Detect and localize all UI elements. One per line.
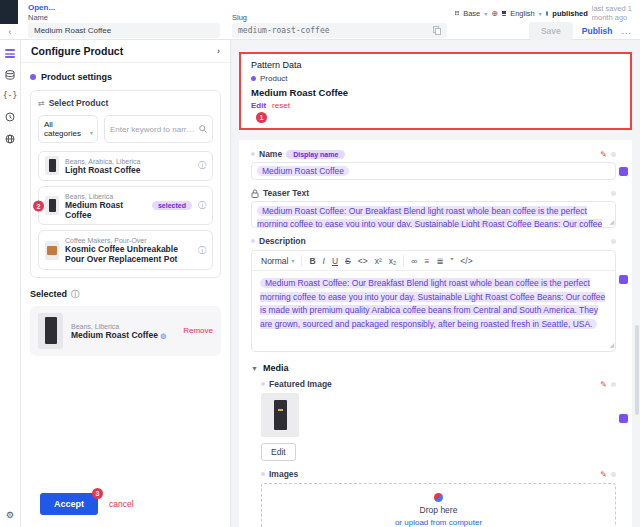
rich-text-editor: Normal ▾ B I U S <> x² x₂ ∞ [251, 250, 616, 352]
structure-filter-icon[interactable] [5, 49, 15, 58]
toolbar-divider [301, 255, 302, 266]
open-link[interactable]: Open... [28, 3, 220, 12]
pattern-edit-link[interactable]: Edit [251, 101, 266, 110]
dataset-icon[interactable] [5, 70, 15, 80]
chevron-down-icon: ▾ [90, 129, 93, 136]
select-product-label: Select Product [49, 98, 109, 108]
top-bar: ‹ Open... Name Medium Roast Coffee Slug … [0, 0, 640, 40]
selected-heading: Selected [30, 289, 67, 299]
swap-icon: ⇄ [38, 99, 45, 108]
accept-button[interactable]: Accept 3 [40, 493, 98, 515]
bullet-list-button[interactable]: ≡ [424, 256, 429, 266]
app-logo[interactable] [0, 0, 18, 24]
upload-from-computer-link[interactable]: or upload from computer [395, 518, 482, 527]
text-style-select[interactable]: Normal ▾ [261, 256, 294, 266]
product-thumbnail [45, 241, 59, 260]
scrollbar-thumb[interactable] [635, 325, 639, 415]
publish-button[interactable]: Publish [582, 26, 613, 36]
field-marker-icon [30, 74, 36, 80]
image-dropzone[interactable]: Drop here or upload from computer ☁ [261, 483, 616, 527]
name-field: Name Display name ✎ Medium Roast Coffee [251, 149, 616, 180]
teaser-textarea[interactable]: Medium Roast Coffee: Our Breakfast Blend… [251, 201, 616, 228]
collapse-chevron-icon[interactable]: ‹ [0, 24, 20, 39]
product-name: Light Roast Coffee [65, 166, 192, 176]
display-name-badge: Display name [286, 150, 345, 159]
settings-gear-icon[interactable]: ⚙ [6, 511, 14, 520]
numbered-list-button[interactable]: ≣ [436, 256, 443, 266]
editor-toolbar: Normal ▾ B I U S <> x² x₂ ∞ [252, 251, 615, 271]
category-filter-select[interactable]: All categories ▾ [38, 115, 98, 143]
tool-sidebar: {-} ⚙ [0, 40, 21, 527]
chevron-down-icon: ▾ [484, 10, 487, 17]
subscript-button[interactable]: x₂ [389, 256, 397, 266]
lang-english-select[interactable]: English [510, 9, 535, 18]
teaser-field: Teaser Text Medium Roast Coffee: Our Bre… [251, 188, 616, 228]
copy-icon[interactable] [433, 26, 441, 35]
product-search-input[interactable]: Enter keyword to narrow your search [104, 115, 213, 143]
globe-icon: ⊕ [491, 9, 498, 18]
product-category: Coffee Makers, Pour-Over [65, 237, 147, 244]
field-dot-icon [261, 382, 265, 386]
changed-pen-icon[interactable]: ✎ [600, 380, 607, 389]
chevron-down-icon: ▾ [539, 10, 542, 17]
inline-code-button[interactable]: <> [358, 256, 368, 266]
changed-pen-icon[interactable]: ✎ [600, 470, 607, 479]
description-editor-body[interactable]: Medium Roast Coffee: Our Breakfast Blend… [252, 271, 615, 351]
history-icon[interactable] [5, 112, 15, 122]
info-icon[interactable]: ⓘ [198, 245, 206, 256]
lang-base-select[interactable]: Base [463, 9, 480, 18]
last-saved-text: last saved 1 month ago [592, 4, 632, 22]
edit-featured-image-button[interactable]: Edit [261, 443, 296, 461]
product-list-item[interactable]: Coffee Makers, Pour-Over Kosmic Coffee U… [38, 230, 213, 270]
changed-pen-icon[interactable]: ✎ [600, 150, 607, 159]
resize-handle[interactable]: ◢ [609, 218, 614, 227]
product-category: Beans, Arabica, Liberica [65, 158, 141, 165]
remove-link[interactable]: Remove [183, 326, 213, 335]
presence-placeholder-icon [611, 472, 616, 477]
product-settings-heading: Product settings [41, 72, 112, 82]
featured-image-thumbnail[interactable] [261, 393, 299, 437]
resize-handle[interactable]: ◢ [609, 341, 614, 351]
info-icon[interactable]: ⓘ [198, 200, 206, 211]
chevron-right-icon[interactable]: › [217, 46, 220, 56]
code-block-button[interactable]: </> [460, 256, 472, 266]
presence-avatar [618, 166, 629, 177]
name-field-label: Name [259, 149, 282, 159]
search-icon [199, 125, 207, 133]
info-icon[interactable]: ⓘ [198, 160, 206, 171]
product-thumbnail [38, 313, 63, 349]
field-marker-icon [251, 76, 256, 81]
teaser-field-label: Teaser Text [263, 188, 309, 198]
product-thumbnail [45, 196, 59, 215]
name-input[interactable]: Medium Roast Coffee [251, 162, 616, 180]
underline-button[interactable]: U [332, 256, 338, 266]
more-menu-button[interactable]: ... [621, 26, 632, 36]
blockquote-button[interactable]: ” [451, 256, 454, 266]
presence-avatar [618, 274, 629, 285]
publish-status: published [552, 9, 587, 18]
globe-icon[interactable] [5, 134, 15, 144]
json-braces-icon[interactable]: {-} [3, 92, 17, 100]
doc-name-input[interactable]: Medium Roast Coffee [28, 23, 220, 38]
cancel-link[interactable]: cancel [109, 499, 134, 509]
save-button[interactable]: Save [529, 22, 573, 40]
selected-badge: selected [152, 201, 192, 210]
strikethrough-button[interactable]: S [345, 256, 351, 266]
info-icon[interactable]: ⓘ [71, 289, 79, 300]
italic-button[interactable]: I [323, 256, 325, 266]
product-list-item[interactable]: 2 Beans, Liberica Medium Roast Coffee se… [38, 186, 213, 226]
link-button[interactable]: ∞ [411, 256, 417, 266]
doc-name-label: Name [28, 13, 220, 22]
slug-input[interactable]: medium-roast-coffee [232, 23, 447, 38]
product-thumbnail [45, 156, 59, 175]
bold-button[interactable]: B [309, 256, 315, 266]
presence-avatar [618, 413, 629, 424]
featured-image-field: Featured Image ✎ Edit [261, 379, 616, 461]
pattern-field-value: Medium Roast Coffee [251, 87, 620, 98]
sync-icon: ◍ [160, 332, 166, 339]
chevron-down-icon[interactable]: ▼ [251, 365, 258, 372]
superscript-button[interactable]: x² [375, 256, 382, 266]
product-list-item[interactable]: Beans, Arabica, Liberica Light Roast Cof… [38, 151, 213, 181]
pattern-reset-link[interactable]: reset [272, 101, 290, 110]
published-dot-icon [546, 11, 549, 16]
